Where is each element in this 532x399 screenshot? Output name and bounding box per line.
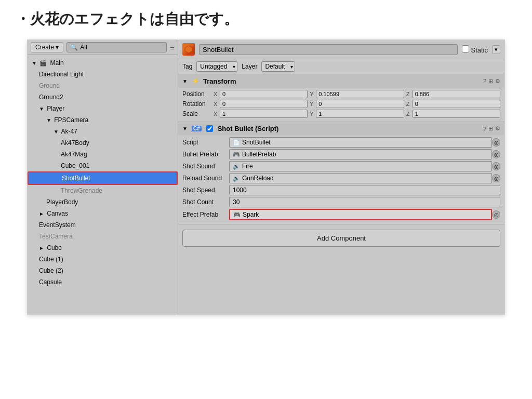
add-component-btn[interactable]: Add Component [182,230,500,247]
heading: ・火花のエフェクトは自由です。 [0,0,532,34]
tree-item-ak47body[interactable]: Ak47Body [28,137,178,149]
tree-item-shotbullet[interactable]: ShotBullet [28,171,178,185]
tree-label-fpscamera: FPSCamera [54,116,88,124]
obj-name-input[interactable] [199,44,458,55]
script-enabled-checkbox[interactable] [206,125,213,132]
script-badge: C# [192,126,202,131]
scale-y-item: Y [310,110,404,118]
script-title: Shot Bullet (Script) [218,125,480,132]
layer-select[interactable]: Default [261,61,295,72]
svg-marker-0 [185,46,192,53]
tree-item-player[interactable]: ▼ Player [28,103,178,114]
hierarchy-menu-icon[interactable]: ☰ [170,45,175,50]
static-checkbox[interactable] [462,45,469,52]
tree-item-eventsystem[interactable]: EventSystem [28,219,178,231]
tree-item-ground2[interactable]: Ground2 [28,91,178,103]
tree-item-ak47mag[interactable]: Ak47Mag [28,149,178,160]
hierarchy-tree: ▼ 🎬 Main Directional Light Ground Ground… [28,55,178,314]
pos-y-input[interactable] [316,90,404,98]
script-header[interactable]: ▼ C# Shot Bullet (Script) ? ⊞ ⚙ [178,122,504,135]
tree-label-capsule: Capsule [39,278,62,286]
tree-label-main: Main [50,59,64,66]
rotation-row: Rotation X Y Z [182,100,500,108]
tree-item-cube1[interactable]: Cube (1) [28,254,178,265]
scale-z-item: Z [406,110,500,118]
scale-x-label: X [214,111,219,117]
bullet-prefab-row: Bullet Prefab 🎮 BulletPrefab ◎ [182,149,500,159]
script-layout-icon[interactable]: ⊞ [488,125,493,132]
tree-item-main[interactable]: ▼ 🎬 Main [28,57,178,69]
shot-sound-circle-btn[interactable]: ◎ [492,162,500,170]
transform-icon: ⚡ [192,77,200,85]
transform-layout-icon[interactable]: ⊞ [488,78,493,85]
hierarchy-toolbar: Create ▾ 🔍 All ☰ [28,40,178,55]
tree-item-cube[interactable]: ► Cube [28,242,178,254]
tree-item-canvas[interactable]: ► Canvas [28,208,178,219]
tree-label-cube001: Cube_001 [61,162,89,169]
tree-label-ground: Ground [39,82,60,89]
bullet-prefab-icon: 🎮 [233,151,240,158]
pos-z-input[interactable] [413,90,500,98]
tree-item-cube2[interactable]: Cube (2) [28,265,178,276]
rot-y-input[interactable] [316,100,404,108]
shot-speed-value: 1000 [229,185,500,195]
tree-item-playerbody[interactable]: PlayerBody [28,196,178,208]
transform-body: Position X Y Z [178,88,504,122]
reload-sound-row: Reload Sound 🔊 GunReload ◎ [182,173,500,183]
tree-label-ground2: Ground2 [39,94,63,101]
bullet-prefab-circle-btn[interactable]: ◎ [492,150,500,158]
tree-item-cube001[interactable]: Cube_001 [28,160,178,171]
scene-icon: 🎬 [39,60,47,66]
transform-header[interactable]: ▼ ⚡ Transform ? ⊞ ⚙ [178,74,504,88]
tree-item-capsule[interactable]: Capsule [28,276,178,288]
pos-x-label: X [214,91,219,97]
scale-z-input[interactable] [413,110,500,118]
script-circle-btn[interactable]: ◎ [492,138,500,147]
tree-label-cube: Cube [47,244,62,251]
create-button[interactable]: Create ▾ [31,42,63,52]
script-component: ▼ C# Shot Bullet (Script) ? ⊞ ⚙ Script 📄… [178,122,504,224]
reload-sound-circle-btn[interactable]: ◎ [492,174,500,182]
static-checkbox-label: Static [462,45,488,54]
pos-x-input[interactable] [220,90,308,98]
effect-prefab-icon: 🎮 [233,211,241,218]
obj-icon [182,43,195,56]
script-row: Script 📄 ShotBullet ◎ [182,137,500,148]
triangle-canvas: ► [39,211,44,217]
effect-prefab-row: Effect Prefab 🎮 Spark ◎ [182,209,500,220]
inspector-panel: Static ▾ Tag Untagged Layer Default ▼ [178,40,504,314]
shot-sound-value: 🔊 Fire [229,161,492,171]
tree-item-testcamera[interactable]: TestCamera [28,231,178,242]
hierarchy-search[interactable]: 🔍 All [66,42,167,52]
tree-label-playerbody: PlayerBody [46,198,78,206]
reload-sound-icon: 🔊 [233,175,240,182]
layer-label: Layer [242,63,257,70]
tree-item-fpscamera[interactable]: ▼ FPSCamera [28,114,178,126]
tree-label-throwgrenade: ThrowGrenade [61,187,102,194]
effect-prefab-circle-btn[interactable]: ◎ [492,210,500,219]
rotation-xyz: X Y Z [214,100,500,108]
shot-count-row: Shot Count 30 [182,197,500,207]
rot-z-input[interactable] [413,100,500,108]
transform-help-icon[interactable]: ? [483,78,486,84]
transform-gear-icon[interactable]: ⚙ [495,78,500,85]
static-dropdown-btn[interactable]: ▾ [492,45,500,54]
inspector-header: Static ▾ [178,40,504,59]
tree-item-throwgrenade[interactable]: ThrowGrenade [28,185,178,196]
tree-item-ak47[interactable]: ▼ Ak-47 [28,126,178,137]
rot-x-input[interactable] [220,100,308,108]
tree-item-dirlight[interactable]: Directional Light [28,69,178,80]
tag-select[interactable]: Untagged [196,61,237,72]
tree-label-ak47body: Ak47Body [61,139,89,147]
rot-z-label: Z [406,101,411,107]
position-label: Position [182,90,214,98]
script-help-icon[interactable]: ? [483,126,486,132]
script-controls: ? ⊞ ⚙ [483,125,500,132]
tree-item-ground[interactable]: Ground [28,80,178,91]
scale-x-input[interactable] [220,110,308,118]
script-gear-icon[interactable]: ⚙ [495,125,500,132]
layer-select-wrap: Default [261,61,295,72]
scale-y-input[interactable] [316,110,404,118]
transform-triangle: ▼ [182,78,188,84]
search-icon: 🔍 [70,44,78,51]
